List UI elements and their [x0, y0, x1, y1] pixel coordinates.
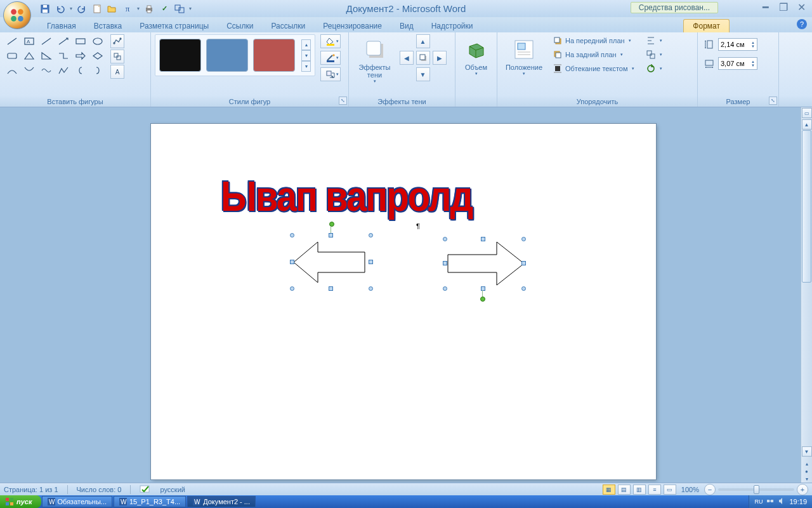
width-input[interactable]: 3,07 см▲▼	[718, 57, 757, 70]
shadow-toggle[interactable]	[416, 51, 430, 65]
close-button[interactable]: ✕	[794, 1, 808, 13]
height-input[interactable]: 2,14 см▲▼	[718, 38, 757, 51]
size-launcher[interactable]: ⤡	[769, 97, 777, 105]
maximize-button[interactable]: ❐	[776, 1, 790, 13]
scroll-down[interactable]: ▼	[802, 446, 812, 457]
help-icon[interactable]: ?	[797, 19, 807, 29]
next-page[interactable]: ▾	[802, 475, 812, 483]
view-outline[interactable]: ≡	[648, 485, 661, 495]
group-button[interactable]: ▾	[643, 48, 665, 61]
shadow-right[interactable]: ▶	[433, 51, 447, 65]
zoom-value[interactable]: 100%	[681, 486, 699, 493]
vertical-scrollbar[interactable]: ▭ ▲ ▼ ▴ ● ▾	[801, 107, 812, 483]
send-back[interactable]: На задний план▾	[549, 48, 638, 61]
shape-oval[interactable]	[89, 34, 106, 48]
open-icon[interactable]	[106, 3, 119, 15]
shape-line2[interactable]	[38, 34, 55, 48]
new-icon[interactable]	[91, 3, 103, 15]
shadow-up[interactable]: ▲	[416, 34, 430, 48]
3d-button[interactable]: Объем ▾	[459, 34, 493, 79]
task-item-1[interactable]: WОбязательны...	[42, 496, 112, 507]
tab-layout[interactable]: Разметка страницы	[131, 20, 218, 32]
office-button[interactable]	[3, 1, 31, 29]
equation-icon[interactable]: π	[121, 3, 134, 15]
view-draft[interactable]: ▭	[664, 485, 676, 495]
shape-arrow-line[interactable]	[55, 34, 72, 48]
tab-view[interactable]: Вид	[391, 20, 422, 32]
redo-icon[interactable]	[75, 3, 88, 15]
zoom-thumb[interactable]	[754, 485, 759, 494]
tab-format[interactable]: Формат	[683, 19, 730, 32]
spelling-icon[interactable]: ✓	[158, 3, 171, 15]
view-web[interactable]: ▥	[633, 485, 646, 495]
shape-diamond[interactable]	[89, 49, 106, 63]
shape-outline-button[interactable]: ▾	[320, 51, 341, 65]
change-shape-button[interactable]: ▾	[320, 67, 341, 81]
view-print-layout[interactable]: ▦	[603, 485, 615, 495]
save-icon[interactable]	[39, 3, 51, 15]
task-item-3[interactable]: WДокумент2 - ...	[187, 496, 256, 507]
shape-triangle[interactable]	[21, 49, 37, 63]
shape-wave[interactable]	[38, 64, 55, 77]
group-icon[interactable]	[173, 3, 186, 15]
shape-rtriangle[interactable]	[38, 49, 55, 63]
task-item-2[interactable]: W15_P1_R3_T4...	[114, 496, 186, 507]
scroll-up[interactable]: ▲	[802, 119, 812, 130]
style-blue[interactable]	[206, 39, 248, 72]
status-words[interactable]: Число слов: 0	[77, 486, 122, 493]
position-button[interactable]: Положение ▾	[501, 34, 547, 79]
ruler-toggle[interactable]: ▭	[802, 108, 812, 118]
shape-curve1[interactable]	[4, 64, 20, 77]
style-more[interactable]: ▾	[301, 61, 311, 72]
shape-brace-l[interactable]	[72, 64, 89, 77]
print-icon[interactable]	[143, 3, 155, 15]
zoom-slider[interactable]	[718, 488, 794, 491]
text-box-icon[interactable]: A	[110, 65, 124, 79]
shape-right-arrow[interactable]	[436, 231, 532, 300]
shape-roundrect[interactable]	[4, 49, 20, 63]
shadow-down[interactable]: ▼	[416, 67, 430, 81]
zoom-out[interactable]: −	[704, 484, 716, 495]
styles-launcher[interactable]: ⤡	[339, 97, 347, 105]
zoom-in[interactable]: +	[797, 484, 808, 495]
shape-curve2[interactable]	[21, 64, 37, 77]
tray-vol-icon[interactable]	[778, 497, 785, 506]
tray-lang[interactable]: RU	[754, 498, 763, 505]
style-down[interactable]: ▾	[301, 50, 311, 61]
bring-front[interactable]: На передний план▾	[549, 34, 638, 47]
view-reading[interactable]: ▤	[618, 485, 631, 495]
qat-dropdown[interactable]: ▾	[69, 6, 73, 11]
shadow-effects-button[interactable]: Эффекты тени ▾	[357, 34, 393, 87]
scroll-thumb[interactable]	[802, 130, 811, 283]
text-wrap[interactable]: Обтекание текстом▾	[549, 62, 638, 75]
tab-insert[interactable]: Вставка	[85, 20, 131, 32]
edit-shape-icon[interactable]	[110, 34, 124, 48]
shape-arrow-right[interactable]	[72, 49, 89, 63]
shape-fill-button[interactable]: ▾	[320, 34, 341, 48]
shape-line[interactable]	[4, 34, 20, 48]
page[interactable]: Ывап вапролд ¶	[151, 124, 656, 479]
qat-dd2[interactable]: ▾	[136, 6, 140, 11]
shape-rect[interactable]	[72, 34, 89, 48]
tab-addins[interactable]: Надстройки	[422, 20, 482, 32]
tray-time[interactable]: 19:19	[789, 498, 807, 505]
status-page[interactable]: Страница: 1 из 1	[4, 486, 58, 493]
tab-home[interactable]: Главная	[38, 20, 85, 32]
shape-freeform[interactable]	[55, 64, 72, 77]
tab-mail[interactable]: Рассылки	[262, 20, 314, 32]
rotate-button[interactable]: ▾	[643, 62, 665, 75]
shape-brace-r[interactable]	[89, 64, 106, 77]
start-button[interactable]: пуск	[0, 495, 41, 508]
tray-net-icon[interactable]	[766, 497, 774, 506]
shapes-more-icon[interactable]	[110, 50, 124, 64]
style-red[interactable]	[253, 39, 295, 72]
qat-more[interactable]: ▾	[188, 6, 192, 11]
status-lang[interactable]: русский	[160, 486, 185, 493]
shape-elbow[interactable]	[55, 49, 72, 63]
wordart-text[interactable]: Ывап вапролд	[221, 171, 472, 220]
browse-object[interactable]: ●	[802, 467, 812, 475]
spelling-status-icon[interactable]	[140, 485, 151, 495]
style-black[interactable]	[159, 39, 201, 72]
shape-left-arrow[interactable]	[287, 231, 376, 294]
tab-review[interactable]: Рецензирование	[314, 20, 391, 32]
